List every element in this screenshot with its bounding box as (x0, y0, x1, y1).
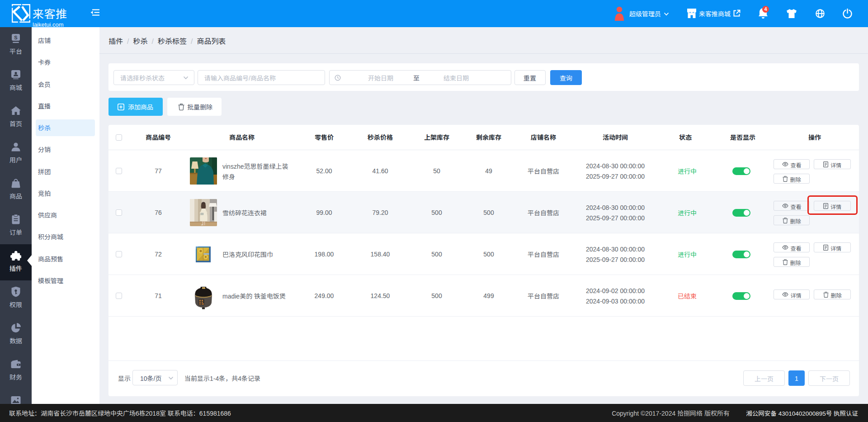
svg-text:S: S (14, 35, 17, 40)
